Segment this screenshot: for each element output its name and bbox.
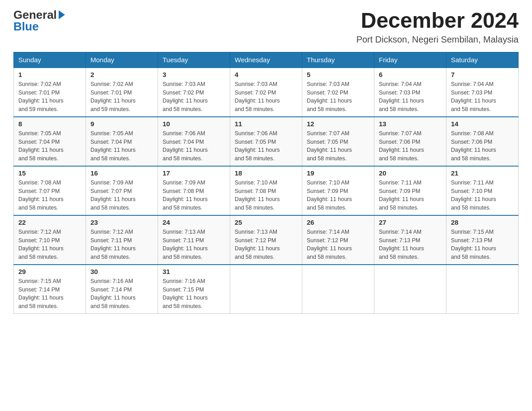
day-info: Sunrise: 7:12 AMSunset: 7:10 PMDaylight:… (18, 228, 81, 261)
calendar-cell: 28Sunrise: 7:15 AMSunset: 7:13 PMDayligh… (446, 215, 519, 265)
day-info: Sunrise: 7:15 AMSunset: 7:13 PMDaylight:… (451, 228, 514, 261)
day-number: 10 (163, 120, 225, 128)
calendar-cell: 22Sunrise: 7:12 AMSunset: 7:10 PMDayligh… (14, 215, 86, 265)
day-number: 12 (307, 120, 369, 128)
calendar-cell: 7Sunrise: 7:04 AMSunset: 7:03 PMDaylight… (446, 68, 519, 117)
logo-general-text: General (13, 9, 57, 21)
calendar-cell (374, 265, 446, 314)
calendar-cell: 14Sunrise: 7:08 AMSunset: 7:06 PMDayligh… (446, 117, 519, 166)
day-info: Sunrise: 7:03 AMSunset: 7:02 PMDaylight:… (235, 80, 297, 114)
header-sunday: Sunday (14, 52, 86, 68)
day-info: Sunrise: 7:06 AMSunset: 7:04 PMDaylight:… (163, 129, 225, 163)
day-info: Sunrise: 7:05 AMSunset: 7:04 PMDaylight:… (18, 129, 81, 163)
day-number: 13 (379, 120, 442, 128)
calendar-cell: 23Sunrise: 7:12 AMSunset: 7:11 PMDayligh… (86, 215, 158, 265)
weekday-header-row: Sunday Monday Tuesday Wednesday Thursday… (14, 52, 519, 68)
calendar-cell: 13Sunrise: 7:07 AMSunset: 7:06 PMDayligh… (374, 117, 446, 166)
day-number: 19 (307, 169, 369, 177)
day-number: 9 (90, 120, 153, 128)
day-number: 3 (163, 71, 225, 78)
day-number: 21 (451, 169, 514, 177)
calendar-cell: 5Sunrise: 7:03 AMSunset: 7:02 PMDaylight… (302, 68, 374, 117)
title-section: December 2024 Port Dickson, Negeri Sembi… (356, 9, 519, 45)
calendar-cell: 11Sunrise: 7:06 AMSunset: 7:05 PMDayligh… (230, 117, 302, 166)
header-tuesday: Tuesday (158, 52, 230, 68)
calendar-cell: 27Sunrise: 7:14 AMSunset: 7:13 PMDayligh… (374, 215, 446, 265)
page-title: December 2024 (356, 9, 519, 33)
calendar-cell: 8Sunrise: 7:05 AMSunset: 7:04 PMDaylight… (14, 117, 86, 166)
calendar-cell: 3Sunrise: 7:03 AMSunset: 7:02 PMDaylight… (158, 68, 230, 117)
calendar-cell (446, 265, 519, 314)
day-info: Sunrise: 7:08 AMSunset: 7:06 PMDaylight:… (451, 129, 514, 163)
day-info: Sunrise: 7:04 AMSunset: 7:03 PMDaylight:… (451, 80, 514, 114)
day-info: Sunrise: 7:04 AMSunset: 7:03 PMDaylight:… (379, 80, 442, 114)
day-number: 31 (163, 268, 225, 275)
day-info: Sunrise: 7:06 AMSunset: 7:05 PMDaylight:… (235, 129, 297, 163)
week-row-3: 15Sunrise: 7:08 AMSunset: 7:07 PMDayligh… (14, 166, 519, 215)
day-number: 29 (18, 268, 81, 275)
day-info: Sunrise: 7:05 AMSunset: 7:04 PMDaylight:… (90, 129, 153, 163)
day-info: Sunrise: 7:08 AMSunset: 7:07 PMDaylight:… (18, 179, 81, 212)
day-number: 4 (235, 71, 297, 78)
day-number: 15 (18, 169, 81, 177)
day-number: 17 (163, 169, 225, 177)
day-number: 11 (235, 120, 297, 128)
day-info: Sunrise: 7:15 AMSunset: 7:14 PMDaylight:… (18, 277, 81, 311)
day-number: 28 (451, 218, 514, 226)
day-number: 18 (235, 169, 297, 177)
page-header: General Blue December 2024 Port Dickson,… (13, 9, 519, 45)
day-number: 2 (90, 71, 153, 78)
week-row-4: 22Sunrise: 7:12 AMSunset: 7:10 PMDayligh… (14, 215, 519, 265)
page-subtitle: Port Dickson, Negeri Sembilan, Malaysia (356, 34, 519, 45)
week-row-5: 29Sunrise: 7:15 AMSunset: 7:14 PMDayligh… (14, 265, 519, 314)
calendar-cell: 19Sunrise: 7:10 AMSunset: 7:09 PMDayligh… (302, 166, 374, 215)
calendar-cell: 4Sunrise: 7:03 AMSunset: 7:02 PMDaylight… (230, 68, 302, 117)
day-info: Sunrise: 7:03 AMSunset: 7:02 PMDaylight:… (307, 80, 369, 114)
day-info: Sunrise: 7:09 AMSunset: 7:08 PMDaylight:… (163, 179, 225, 212)
day-number: 5 (307, 71, 369, 78)
day-info: Sunrise: 7:11 AMSunset: 7:10 PMDaylight:… (451, 179, 514, 212)
day-number: 1 (18, 71, 81, 78)
header-friday: Friday (374, 52, 446, 68)
day-info: Sunrise: 7:14 AMSunset: 7:13 PMDaylight:… (379, 228, 442, 261)
logo-blue-text: Blue (13, 21, 39, 32)
calendar-table: Sunday Monday Tuesday Wednesday Thursday… (13, 52, 519, 314)
week-row-2: 8Sunrise: 7:05 AMSunset: 7:04 PMDaylight… (14, 117, 519, 166)
day-number: 16 (90, 169, 153, 177)
day-number: 25 (235, 218, 297, 226)
day-number: 8 (18, 120, 81, 128)
logo: General Blue (13, 9, 65, 32)
day-info: Sunrise: 7:13 AMSunset: 7:11 PMDaylight:… (163, 228, 225, 261)
day-number: 23 (90, 218, 153, 226)
calendar-cell (230, 265, 302, 314)
day-number: 6 (379, 71, 442, 78)
day-info: Sunrise: 7:07 AMSunset: 7:06 PMDaylight:… (379, 129, 442, 163)
calendar-cell: 26Sunrise: 7:14 AMSunset: 7:12 PMDayligh… (302, 215, 374, 265)
day-number: 14 (451, 120, 514, 128)
calendar-cell: 24Sunrise: 7:13 AMSunset: 7:11 PMDayligh… (158, 215, 230, 265)
day-info: Sunrise: 7:10 AMSunset: 7:08 PMDaylight:… (235, 179, 297, 212)
day-number: 7 (451, 71, 514, 78)
calendar-cell: 15Sunrise: 7:08 AMSunset: 7:07 PMDayligh… (14, 166, 86, 215)
day-info: Sunrise: 7:02 AMSunset: 7:01 PMDaylight:… (90, 80, 153, 114)
day-info: Sunrise: 7:11 AMSunset: 7:09 PMDaylight:… (379, 179, 442, 212)
header-monday: Monday (86, 52, 158, 68)
calendar-cell: 16Sunrise: 7:09 AMSunset: 7:07 PMDayligh… (86, 166, 158, 215)
calendar-cell: 18Sunrise: 7:10 AMSunset: 7:08 PMDayligh… (230, 166, 302, 215)
week-row-1: 1Sunrise: 7:02 AMSunset: 7:01 PMDaylight… (14, 68, 519, 117)
day-info: Sunrise: 7:02 AMSunset: 7:01 PMDaylight:… (18, 80, 81, 114)
day-info: Sunrise: 7:10 AMSunset: 7:09 PMDaylight:… (307, 179, 369, 212)
day-number: 24 (163, 218, 225, 226)
day-info: Sunrise: 7:03 AMSunset: 7:02 PMDaylight:… (163, 80, 225, 114)
calendar-cell: 2Sunrise: 7:02 AMSunset: 7:01 PMDaylight… (86, 68, 158, 117)
day-info: Sunrise: 7:12 AMSunset: 7:11 PMDaylight:… (90, 228, 153, 261)
day-number: 30 (90, 268, 153, 275)
calendar-cell: 6Sunrise: 7:04 AMSunset: 7:03 PMDaylight… (374, 68, 446, 117)
logo-arrow-icon (59, 10, 65, 19)
header-saturday: Saturday (446, 52, 519, 68)
calendar-cell: 12Sunrise: 7:07 AMSunset: 7:05 PMDayligh… (302, 117, 374, 166)
calendar-cell: 30Sunrise: 7:16 AMSunset: 7:14 PMDayligh… (86, 265, 158, 314)
calendar-cell: 10Sunrise: 7:06 AMSunset: 7:04 PMDayligh… (158, 117, 230, 166)
calendar-cell: 21Sunrise: 7:11 AMSunset: 7:10 PMDayligh… (446, 166, 519, 215)
day-number: 22 (18, 218, 81, 226)
